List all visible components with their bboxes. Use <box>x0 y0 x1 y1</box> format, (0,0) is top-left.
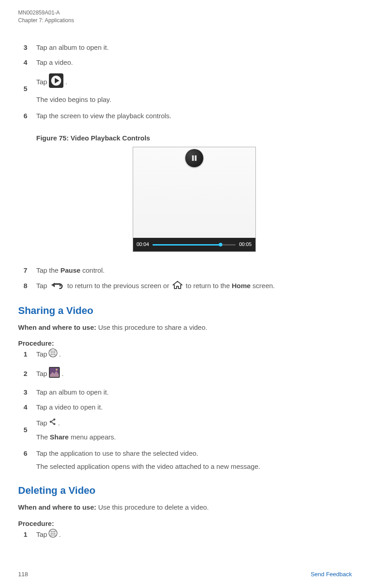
svg-rect-3 <box>192 155 194 161</box>
doc-id: MN002859A01-A <box>18 9 352 17</box>
figure-image: 00:04 00:05 <box>133 147 256 252</box>
step-list-after-figure: 7 Tap the Pause control. 8 Tap to return… <box>24 265 352 292</box>
step-text: Tap a video to open it. <box>36 402 352 412</box>
step-number: 8 <box>24 281 36 291</box>
step-text: Tap the Pause control. <box>36 265 352 275</box>
svg-point-12 <box>54 352 56 354</box>
step-text: Tap . <box>36 348 352 360</box>
step-text: Tap a video. <box>36 58 352 67</box>
heading-deleting: Deleting a Video <box>18 483 352 498</box>
step-number: 4 <box>24 402 36 412</box>
svg-point-31 <box>54 532 56 534</box>
step-number: 3 <box>24 387 36 397</box>
svg-point-34 <box>54 534 56 535</box>
procedure-label: Procedure: <box>18 339 54 347</box>
svg-point-11 <box>53 352 54 354</box>
home-icon <box>173 281 183 292</box>
step-list-continued: 3 Tap an album to open it. 4 Tap a video… <box>24 43 352 121</box>
svg-point-27 <box>53 530 54 532</box>
apps-icon <box>48 529 58 540</box>
when-where: When and where to use: Use this procedur… <box>18 502 352 512</box>
play-icon <box>48 73 64 91</box>
gallery-icon <box>48 366 60 381</box>
step-text: Tap . The video begins to play. <box>36 73 352 105</box>
svg-point-32 <box>51 534 52 535</box>
total-time: 00:05 <box>239 241 252 248</box>
deleting-steps: 1 Tap . <box>24 529 352 540</box>
step-text: Tap to return to the previous screen or … <box>36 281 352 292</box>
step-number: 5 <box>24 84 36 94</box>
procedure-label: Procedure: <box>18 520 54 527</box>
step-result: The video begins to play. <box>36 95 352 105</box>
step-text: Tap an album to open it. <box>36 387 352 397</box>
svg-point-7 <box>51 351 52 352</box>
elapsed-time: 00:04 <box>137 241 149 248</box>
svg-point-30 <box>53 532 54 534</box>
apps-icon <box>48 348 58 360</box>
step-result: The selected application opens with the … <box>36 462 352 472</box>
svg-point-33 <box>53 534 54 535</box>
svg-point-13 <box>51 354 52 356</box>
back-icon <box>50 281 64 292</box>
step-text: Tap the screen to view the playback cont… <box>36 111 352 121</box>
step-number: 6 <box>24 111 36 121</box>
page-header: MN002859A01-A Chapter 7: Applications <box>18 9 352 24</box>
step-number: 5 <box>24 425 36 435</box>
step-number: 2 <box>24 369 36 379</box>
svg-point-8 <box>53 351 54 352</box>
step-text: Tap an album to open it. <box>36 43 352 53</box>
step-number: 7 <box>24 265 36 275</box>
svg-point-26 <box>51 530 52 532</box>
step-number: 3 <box>24 43 36 53</box>
pause-icon <box>185 149 203 167</box>
chapter-title: Chapter 7: Applications <box>18 17 352 24</box>
svg-rect-4 <box>195 155 197 161</box>
step-text: Tap . <box>36 529 352 540</box>
send-feedback-link[interactable]: Send Feedback <box>311 570 352 579</box>
svg-point-10 <box>51 352 52 354</box>
step-text: Tap . <box>36 366 352 381</box>
svg-point-14 <box>53 354 54 356</box>
svg-point-28 <box>54 530 56 532</box>
step-result: The Share menu appears. <box>36 432 352 442</box>
step-number: 6 <box>24 448 36 458</box>
step-number: 1 <box>24 349 36 359</box>
share-icon <box>48 418 57 429</box>
sharing-steps: 1 Tap . 2 Tap <box>24 348 352 472</box>
step-number: 4 <box>24 58 36 67</box>
page-number: 118 <box>18 570 28 579</box>
svg-marker-5 <box>173 281 182 289</box>
step-text: Tap the application to use to share the … <box>36 448 352 472</box>
svg-line-23 <box>52 420 53 421</box>
step-number: 1 <box>24 530 36 540</box>
svg-point-29 <box>51 532 52 534</box>
heading-sharing: Sharing a Video <box>18 304 352 318</box>
progress-thumb <box>219 243 222 246</box>
figure-caption: Figure 75: Video Playback Controls <box>36 133 352 143</box>
when-where: When and where to use: Use this procedur… <box>18 323 352 333</box>
svg-line-24 <box>52 422 53 424</box>
svg-point-15 <box>54 354 56 356</box>
progress-track <box>153 244 235 246</box>
step-text: Tap . The Share menu appears. <box>36 418 352 442</box>
svg-point-19 <box>56 369 58 371</box>
svg-point-9 <box>54 351 56 352</box>
